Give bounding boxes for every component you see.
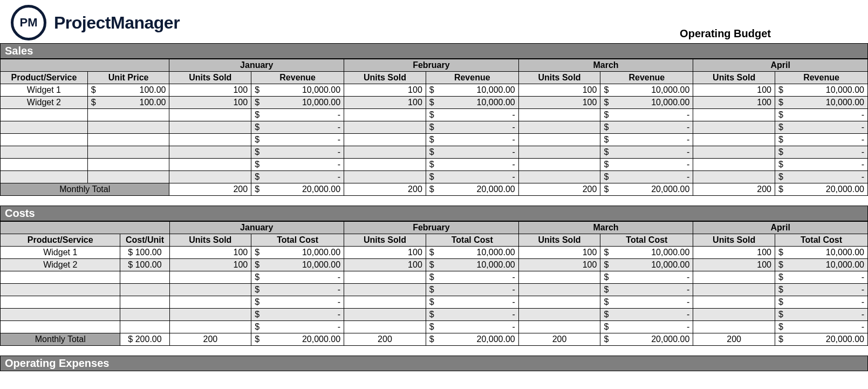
cell-product[interactable]: [1, 121, 88, 134]
cell-units[interactable]: [344, 309, 426, 321]
cell-units[interactable]: 100: [344, 84, 426, 97]
cell-units[interactable]: [169, 134, 251, 146]
cell-product[interactable]: [1, 146, 88, 159]
cell-units[interactable]: 100: [344, 247, 426, 259]
cell-total-cost[interactable]: $-: [251, 271, 344, 284]
sales-total-rev-apr[interactable]: $20,000.00: [775, 183, 868, 196]
costs-total-cost-unit[interactable]: $ 200.00: [120, 333, 169, 346]
cell-total-cost[interactable]: $10,000.00: [426, 247, 518, 259]
cell-product[interactable]: [1, 134, 88, 146]
cell-product[interactable]: [1, 159, 88, 171]
cell-revenue[interactable]: $-: [426, 121, 518, 134]
cell-units[interactable]: [518, 284, 600, 296]
cell-revenue[interactable]: $-: [251, 121, 344, 134]
cell-units[interactable]: [518, 109, 600, 121]
cell-total-cost[interactable]: $-: [426, 309, 518, 321]
cell-revenue[interactable]: $-: [600, 171, 693, 183]
cell-total-cost[interactable]: $-: [775, 296, 868, 309]
cell-revenue[interactable]: $-: [426, 159, 518, 171]
cell-product[interactable]: [1, 309, 120, 321]
cell-units[interactable]: [169, 146, 251, 159]
cell-total-cost[interactable]: $-: [775, 321, 868, 333]
cell-units[interactable]: [169, 109, 251, 121]
cell-units[interactable]: [693, 321, 775, 333]
cell-revenue[interactable]: $-: [600, 109, 693, 121]
cell-units[interactable]: [693, 134, 775, 146]
cell-units[interactable]: [169, 309, 251, 321]
cell-cost-unit[interactable]: [120, 321, 169, 333]
cell-cost-unit[interactable]: [120, 309, 169, 321]
cell-revenue[interactable]: $-: [775, 134, 868, 146]
cell-revenue[interactable]: $10,000.00: [426, 97, 518, 109]
cell-revenue[interactable]: $-: [251, 146, 344, 159]
cell-units[interactable]: 100: [518, 259, 600, 271]
cell-unit-price[interactable]: $100.00: [87, 84, 169, 97]
cell-product[interactable]: [1, 284, 120, 296]
cell-units[interactable]: [344, 284, 426, 296]
cell-revenue[interactable]: $-: [600, 134, 693, 146]
cell-units[interactable]: [693, 296, 775, 309]
cell-units[interactable]: [518, 121, 600, 134]
cell-units[interactable]: 100: [693, 97, 775, 109]
cell-units[interactable]: [693, 146, 775, 159]
cell-revenue[interactable]: $-: [775, 109, 868, 121]
cell-units[interactable]: 100: [344, 97, 426, 109]
cell-units[interactable]: 100: [169, 97, 251, 109]
cell-units[interactable]: [169, 296, 251, 309]
cell-total-cost[interactable]: $-: [775, 271, 868, 284]
costs-total-units-apr[interactable]: 200: [693, 333, 775, 346]
cell-total-cost[interactable]: $-: [775, 284, 868, 296]
cell-product[interactable]: Widget 2: [1, 97, 88, 109]
cell-product[interactable]: [1, 321, 120, 333]
cell-units[interactable]: [693, 121, 775, 134]
cell-units[interactable]: [693, 309, 775, 321]
cell-units[interactable]: 100: [693, 259, 775, 271]
cell-total-cost[interactable]: $-: [426, 296, 518, 309]
cell-units[interactable]: 100: [169, 247, 251, 259]
cell-units[interactable]: [693, 109, 775, 121]
cell-revenue[interactable]: $10,000.00: [775, 97, 868, 109]
sales-total-units-feb[interactable]: 200: [344, 183, 426, 196]
cell-total-cost[interactable]: $-: [600, 296, 693, 309]
cell-units[interactable]: [169, 321, 251, 333]
cell-total-cost[interactable]: $-: [600, 271, 693, 284]
cell-units[interactable]: 100: [518, 247, 600, 259]
costs-total-units-feb[interactable]: 200: [344, 333, 426, 346]
cell-units[interactable]: [518, 271, 600, 284]
cell-unit-price[interactable]: [87, 159, 169, 171]
cell-cost-unit[interactable]: [120, 296, 169, 309]
costs-total-cost-apr[interactable]: $20,000.00: [775, 333, 868, 346]
costs-total-cost-jan[interactable]: $20,000.00: [251, 333, 344, 346]
cell-total-cost[interactable]: $-: [426, 271, 518, 284]
cell-total-cost[interactable]: $-: [426, 321, 518, 333]
cell-unit-price[interactable]: [87, 109, 169, 121]
cell-revenue[interactable]: $10,000.00: [251, 84, 344, 97]
cell-units[interactable]: [344, 146, 426, 159]
cell-revenue[interactable]: $-: [426, 146, 518, 159]
cell-units[interactable]: [693, 284, 775, 296]
cell-total-cost[interactable]: $10,000.00: [251, 259, 344, 271]
cell-total-cost[interactable]: $-: [775, 309, 868, 321]
cell-total-cost[interactable]: $10,000.00: [775, 259, 868, 271]
cell-units[interactable]: [169, 284, 251, 296]
cell-units[interactable]: 100: [169, 259, 251, 271]
cell-revenue[interactable]: $-: [775, 159, 868, 171]
cell-product[interactable]: Widget 1: [1, 247, 120, 259]
cell-revenue[interactable]: $10,000.00: [775, 84, 868, 97]
cell-product[interactable]: Widget 1: [1, 84, 88, 97]
cell-units[interactable]: 100: [518, 84, 600, 97]
cell-total-cost[interactable]: $-: [600, 321, 693, 333]
cell-revenue[interactable]: $10,000.00: [600, 84, 693, 97]
cell-unit-price[interactable]: [87, 121, 169, 134]
cell-units[interactable]: [518, 134, 600, 146]
cell-units[interactable]: [693, 159, 775, 171]
cell-units[interactable]: [693, 271, 775, 284]
cell-units[interactable]: [169, 121, 251, 134]
cell-revenue[interactable]: $-: [251, 171, 344, 183]
cell-units[interactable]: [693, 171, 775, 183]
cell-total-cost[interactable]: $-: [426, 284, 518, 296]
cell-product[interactable]: Widget 2: [1, 259, 120, 271]
cell-total-cost[interactable]: $10,000.00: [600, 259, 693, 271]
cell-revenue[interactable]: $-: [251, 159, 344, 171]
sales-total-rev-jan[interactable]: $20,000.00: [251, 183, 344, 196]
